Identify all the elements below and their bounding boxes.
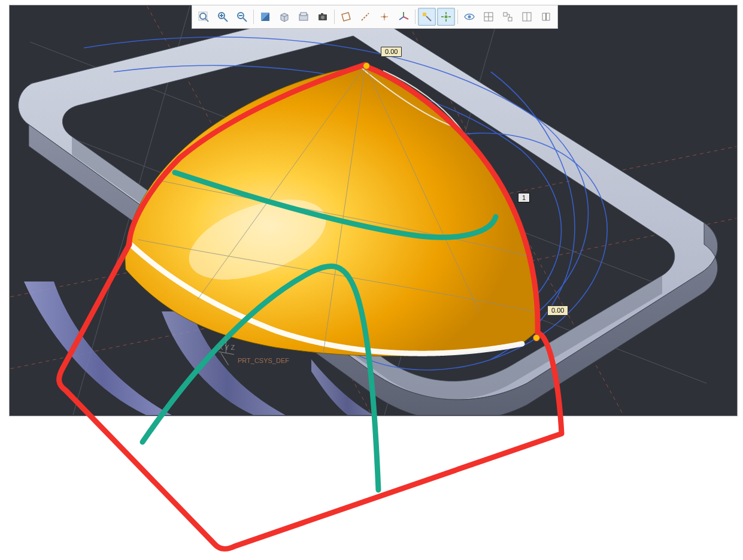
annotation-icon xyxy=(421,11,433,23)
point-icon xyxy=(378,11,390,23)
toolbar-separator xyxy=(457,10,458,24)
grid-icon xyxy=(483,11,495,23)
spin-center-icon xyxy=(440,11,452,23)
display-style-button[interactable] xyxy=(275,8,293,26)
window-icon xyxy=(521,11,533,23)
datum-point-button[interactable] xyxy=(375,8,393,26)
zoom-in-button[interactable] xyxy=(214,8,232,26)
axis-icon xyxy=(359,11,371,23)
svg-marker-30 xyxy=(342,13,350,21)
csys-z-label: Z xyxy=(231,344,235,351)
svg-line-39 xyxy=(426,16,431,21)
toolbar-separator xyxy=(334,10,335,24)
svg-point-45 xyxy=(468,16,471,19)
annotation-display-button[interactable] xyxy=(418,8,436,26)
svg-rect-38 xyxy=(423,13,426,16)
repaint-icon xyxy=(259,11,271,23)
refit-icon xyxy=(198,11,210,23)
svg-rect-29 xyxy=(321,13,323,15)
refit-button[interactable] xyxy=(195,8,213,26)
model-tree-button[interactable] xyxy=(499,8,517,26)
tree-icon xyxy=(502,11,514,23)
zoom-out-button[interactable] xyxy=(233,8,251,26)
zoom-out-icon xyxy=(236,11,248,23)
close-window-button[interactable] xyxy=(537,8,555,26)
window-tile-button[interactable] xyxy=(518,8,536,26)
layers-button[interactable] xyxy=(480,8,498,26)
svg-point-28 xyxy=(321,16,325,19)
camera-icon xyxy=(317,11,329,23)
svg-line-37 xyxy=(399,17,404,20)
graphics-toolbar xyxy=(192,5,558,29)
datum-axis-button[interactable] xyxy=(356,8,374,26)
saved-views-button[interactable] xyxy=(295,8,313,26)
image-capture-button[interactable] xyxy=(314,8,332,26)
viewport-3d[interactable] xyxy=(9,5,738,416)
spin-center-button[interactable] xyxy=(437,8,455,26)
dimension-top[interactable]: 0.00 xyxy=(381,47,402,57)
datum-plane-button[interactable] xyxy=(337,8,355,26)
plane-icon xyxy=(340,11,352,23)
book-icon xyxy=(540,11,552,23)
svg-line-19 xyxy=(243,18,247,22)
zoom-in-icon xyxy=(217,11,229,23)
handle-index-badge[interactable]: 1 xyxy=(518,193,530,202)
csys-x-label: X xyxy=(219,344,223,351)
svg-point-34 xyxy=(383,16,386,18)
views-icon xyxy=(298,11,310,23)
csys-icon xyxy=(398,11,410,23)
svg-point-40 xyxy=(445,16,448,19)
perspective-button[interactable] xyxy=(460,8,478,26)
svg-rect-50 xyxy=(508,17,512,21)
dimension-right[interactable]: 0.00 xyxy=(547,305,568,316)
csys-glyph: X Y Z PRT_CSYS_DEF xyxy=(219,344,235,351)
eye-icon xyxy=(463,11,475,23)
svg-line-15 xyxy=(224,18,228,22)
csys-name: PRT_CSYS_DEF xyxy=(238,358,289,364)
repaint-button[interactable] xyxy=(256,8,274,26)
handle-index-value: 1 xyxy=(522,194,526,201)
dim-anchor-top xyxy=(363,62,370,69)
csys-display-button[interactable] xyxy=(395,8,413,26)
svg-point-11 xyxy=(200,13,206,19)
svg-line-31 xyxy=(362,13,369,20)
dim-anchor-right xyxy=(533,334,540,341)
dimension-right-value: 0.00 xyxy=(551,307,564,314)
svg-rect-49 xyxy=(504,13,507,16)
toolbar-separator xyxy=(415,10,416,24)
cube-icon xyxy=(278,11,290,23)
dimension-top-value: 0.00 xyxy=(385,48,398,55)
svg-line-36 xyxy=(404,17,408,19)
toolbar-separator xyxy=(253,10,254,24)
svg-rect-26 xyxy=(301,13,307,16)
